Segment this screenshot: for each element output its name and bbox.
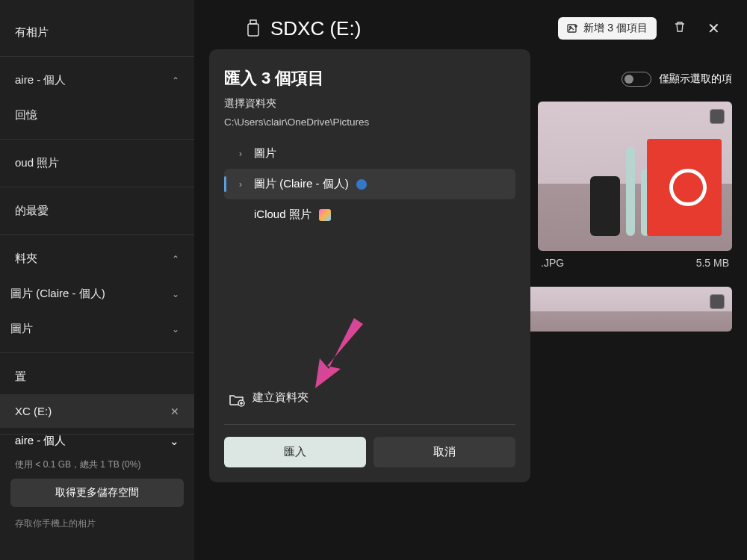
storage-usage: 使用 < 0.1 GB，總共 1 TB (0%) xyxy=(10,455,184,479)
chevron-right-icon: › xyxy=(235,179,247,190)
sidebar-item-all-photos[interactable]: 有相片 xyxy=(0,15,194,50)
cancel-button[interactable]: 取消 xyxy=(374,437,515,467)
sidebar-item-personal[interactable]: aire - 個人 ⌃ xyxy=(0,63,194,98)
sidebar-item-memories[interactable]: 回憶 xyxy=(0,98,194,133)
folder-option-pictures[interactable]: › 圖片 xyxy=(224,138,515,169)
sidebar-item-favorites[interactable]: 的最愛 xyxy=(0,193,194,228)
sidebar-label: 圖片 xyxy=(10,322,33,336)
folder-list: › 圖片 › 圖片 (Claire - 個人) iCloud 照片 xyxy=(224,138,515,230)
thumbnail-image xyxy=(508,287,732,332)
folder-label: 圖片 xyxy=(254,146,276,161)
folder-label: iCloud 照片 xyxy=(254,208,311,222)
create-folder-button[interactable]: 建立資料夾 xyxy=(224,383,515,412)
import-button[interactable]: 匯入 xyxy=(224,437,366,467)
chevron-down-icon: ⌄ xyxy=(172,289,179,299)
icloud-photos-icon xyxy=(319,209,331,221)
storage-section: aire - 個人 ⌄ 使用 < 0.1 GB，總共 1 TB (0%) 取得更… xyxy=(0,426,194,530)
sidebar-folders-header[interactable]: 料夾 ⌃ xyxy=(0,241,194,276)
file-size: 5.5 MB xyxy=(696,257,729,269)
chevron-up-icon: ⌃ xyxy=(172,75,179,86)
divider xyxy=(0,139,194,140)
sidebar-label: 回憶 xyxy=(15,108,37,122)
sidebar-label: 的最愛 xyxy=(15,204,49,218)
sidebar-item-icloud-photos[interactable]: oud 照片 xyxy=(0,146,194,181)
thumbnail-item[interactable] xyxy=(508,287,732,332)
sidebar-label: 有相片 xyxy=(15,25,49,40)
sidebar-label: 料夾 xyxy=(15,252,37,266)
divider xyxy=(0,187,194,187)
storage-footnote: 存取你手機上的相片 xyxy=(10,507,184,530)
sidebar-label: 置 xyxy=(15,370,26,384)
divider xyxy=(0,56,194,57)
chevron-right-icon: › xyxy=(235,149,247,159)
folder-label: 圖片 (Claire - 個人) xyxy=(254,177,349,191)
file-name: .JPG xyxy=(541,257,564,269)
modal-subtitle: 選擇資料夾 xyxy=(224,97,515,111)
thumbnail-checkbox[interactable] xyxy=(710,109,725,124)
sidebar: 有相片 aire - 個人 ⌃ 回憶 oud 照片 的最愛 料夾 ⌃ 圖片 (C… xyxy=(0,0,194,560)
storage-account[interactable]: aire - 個人 ⌄ xyxy=(10,426,184,455)
sidebar-folder-pictures[interactable]: 圖片 ⌄ xyxy=(0,311,194,346)
show-selected-toggle[interactable] xyxy=(622,72,651,87)
delete-button[interactable] xyxy=(669,16,691,42)
trash-icon xyxy=(673,20,686,34)
sidebar-devices-header[interactable]: 置 xyxy=(0,359,194,394)
close-icon[interactable]: ✕ xyxy=(170,405,179,417)
chevron-down-icon: ⌄ xyxy=(170,435,179,448)
svg-rect-1 xyxy=(248,24,258,36)
usb-icon xyxy=(247,19,260,37)
folder-option-pictures-personal[interactable]: › 圖片 (Claire - 個人) xyxy=(224,169,515,199)
page-title: SDXC (E:) xyxy=(270,17,361,40)
sidebar-label: oud 照片 xyxy=(15,156,59,170)
chevron-down-icon: ⌄ xyxy=(172,324,179,335)
image-plus-icon xyxy=(567,22,579,34)
modal-title: 匯入 3 個項目 xyxy=(224,67,515,90)
sidebar-label: 圖片 (Claire - 個人) xyxy=(10,287,105,301)
cloud-icon xyxy=(356,179,367,190)
header: SDXC (E:) 新增 3 個項目 ✕ xyxy=(194,0,747,49)
divider xyxy=(224,424,515,425)
import-modal: 匯入 3 個項目 選擇資料夾 C:\Users\clair\OneDrive\P… xyxy=(209,49,530,482)
thumbnail-item[interactable]: .JPG 5.5 MB xyxy=(538,102,732,275)
thumbnail-image xyxy=(538,102,732,251)
modal-path: C:\Users\clair\OneDrive\Pictures xyxy=(224,116,515,128)
sidebar-folder-personal[interactable]: 圖片 (Claire - 個人) ⌄ xyxy=(0,276,194,311)
sidebar-label: aire - 個人 xyxy=(15,73,66,87)
get-more-storage-button[interactable]: 取得更多儲存空間 xyxy=(10,479,184,507)
folder-option-icloud[interactable]: iCloud 照片 xyxy=(224,199,515,230)
filter-label: 僅顯示選取的項 xyxy=(659,72,732,86)
create-folder-label: 建立資料夾 xyxy=(252,391,309,405)
modal-buttons: 匯入 取消 xyxy=(224,437,515,467)
close-button[interactable]: ✕ xyxy=(703,15,725,42)
thumbnail-checkbox[interactable] xyxy=(710,294,725,309)
sidebar-device-sdxc[interactable]: XC (E:) ✕ xyxy=(0,394,194,428)
sidebar-label: XC (E:) xyxy=(15,405,52,417)
divider xyxy=(0,234,194,235)
chevron-up-icon: ⌃ xyxy=(172,254,179,264)
add-items-button[interactable]: 新增 3 個項目 xyxy=(558,17,657,40)
storage-account-label: aire - 個人 xyxy=(15,434,66,448)
divider xyxy=(0,352,194,353)
add-button-label: 新增 3 個項目 xyxy=(583,22,648,35)
folder-plus-icon xyxy=(229,391,245,405)
